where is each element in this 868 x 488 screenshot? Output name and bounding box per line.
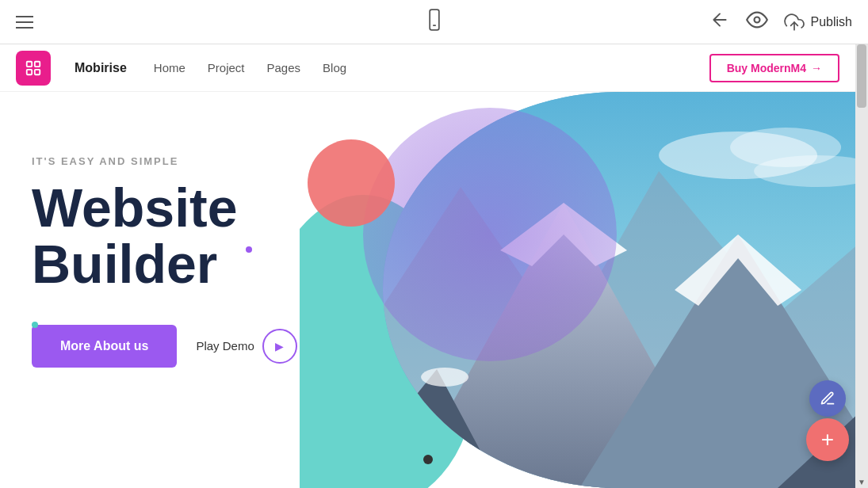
purple-dot-decorator [246, 246, 252, 253]
svg-rect-5 [35, 61, 40, 66]
nav-blog[interactable]: Blog [323, 61, 346, 74]
hero-section: IT'S EASY AND SIMPLE Website Builder Mor… [0, 92, 855, 488]
scrollbar[interactable]: ▲ ▼ [855, 44, 868, 488]
svg-rect-7 [35, 69, 40, 74]
hero-title-line1: Website [32, 177, 237, 238]
scroll-down-arrow[interactable]: ▼ [855, 475, 868, 488]
hero-content: IT'S EASY AND SIMPLE Website Builder Mor… [32, 155, 297, 368]
nav-pages[interactable]: Pages [267, 61, 301, 74]
buy-button[interactable]: Buy ModernM4 → [709, 54, 839, 82]
hero-title: Website Builder [32, 180, 297, 293]
play-circle-icon: ▶ [262, 329, 297, 364]
preview-area: Mobirise Home Project Pages Blog Buy Mod… [0, 44, 855, 488]
publish-label: Publish [811, 15, 852, 29]
edit-fab-button[interactable] [809, 380, 846, 417]
eye-icon[interactable] [746, 9, 768, 35]
nav-project[interactable]: Project [208, 61, 245, 74]
hero-title-line2: Builder [32, 234, 217, 294]
back-icon[interactable] [709, 10, 730, 34]
brand-logo [16, 51, 51, 86]
scrollbar-thumb[interactable] [857, 44, 866, 108]
brand-name: Mobirise [75, 61, 127, 75]
toolbar-left [16, 16, 33, 29]
more-about-button[interactable]: More About us [32, 325, 177, 368]
publish-button[interactable]: Publish [784, 12, 852, 32]
buy-label: Buy ModernM4 [727, 62, 806, 74]
svg-point-19 [421, 368, 468, 387]
svg-point-2 [754, 17, 759, 23]
hamburger-icon[interactable] [16, 16, 33, 29]
add-fab-button[interactable]: + [806, 418, 849, 461]
svg-rect-6 [27, 69, 32, 74]
hero-eyebrow: IT'S EASY AND SIMPLE [32, 155, 297, 167]
teal-dot-decorator [32, 322, 38, 328]
pink-circle-overlay [308, 139, 395, 227]
hero-visual [300, 92, 855, 488]
svg-rect-0 [430, 10, 439, 30]
toolbar: Publish [0, 0, 868, 44]
main-area: ▲ ▼ Mobirise Home Project Pages Blog [0, 44, 868, 488]
buy-arrow: → [811, 62, 822, 74]
page-dot-indicator [423, 455, 433, 464]
nav-home[interactable]: Home [154, 61, 185, 74]
toolbar-right: Publish [709, 9, 852, 35]
play-demo-button[interactable]: Play Demo ▶ [196, 329, 296, 364]
toolbar-center [423, 9, 445, 36]
svg-rect-4 [27, 61, 32, 66]
phone-icon[interactable] [423, 15, 445, 35]
play-demo-label: Play Demo [196, 339, 254, 353]
nav-links: Home Project Pages Blog [154, 61, 346, 74]
add-icon: + [821, 427, 834, 452]
purple-circle-overlay [363, 108, 617, 361]
preview-nav: Mobirise Home Project Pages Blog Buy Mod… [0, 44, 855, 92]
hero-actions: More About us Play Demo ▶ [32, 325, 297, 368]
